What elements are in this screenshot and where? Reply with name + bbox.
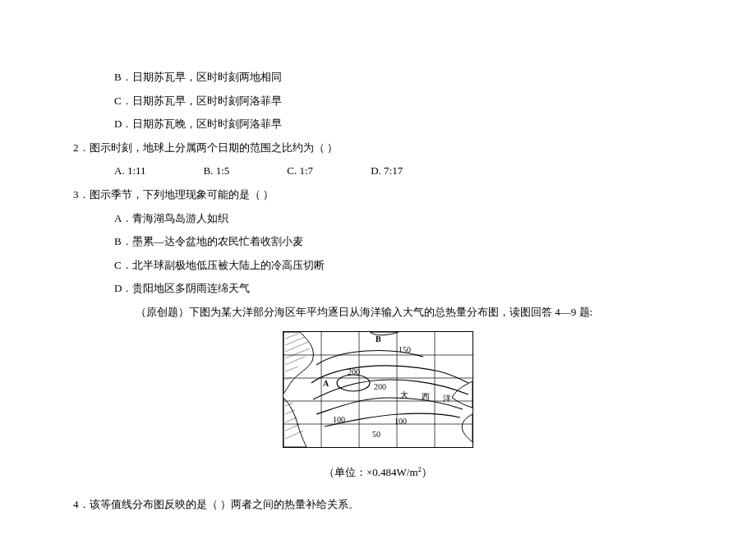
svg-line-18 <box>285 424 300 431</box>
q3-stem: 3．图示季节，下列地理现象可能的是（ ） <box>62 183 694 207</box>
label-a: A <box>323 379 330 388</box>
q4-stem: 4．该等值线分布图反映的是（ ）两者之间的热量补给关系。 <box>62 493 694 517</box>
svg-line-11 <box>285 348 310 358</box>
contour-200b: 200 <box>374 382 386 391</box>
svg-line-14 <box>285 377 292 380</box>
ocean-char-1: 大 <box>400 390 408 399</box>
contour-100b: 100 <box>394 417 407 426</box>
contour-200a: 200 <box>348 367 360 376</box>
q1-option-c: C．日期苏瓦早，区时时刻阿洛菲早 <box>62 90 694 113</box>
svg-line-19 <box>285 431 303 439</box>
contour-150: 150 <box>399 345 411 354</box>
svg-point-20 <box>337 375 370 391</box>
svg-line-9 <box>285 337 305 345</box>
label-b: B <box>376 334 381 344</box>
svg-line-13 <box>285 367 298 371</box>
q2-options: A. 1:11 B. 1:5 C. 1:7 D. 7:17 <box>62 159 694 183</box>
svg-line-12 <box>285 357 305 365</box>
q1-option-b: B．日期苏瓦早，区时时刻两地相同 <box>62 66 694 90</box>
q2-option-c: C. 1:7 <box>287 159 313 183</box>
q3-option-a: A．青海湖鸟岛游人如织 <box>62 207 694 231</box>
ocean-char-2: 西 <box>422 392 430 401</box>
svg-line-17 <box>285 417 297 422</box>
q2-option-a: A. 1:11 <box>114 159 146 183</box>
q2-stem: 2．图示时刻，地球上分属两个日期的范围之比约为（ ） <box>62 136 694 160</box>
figure-caption: （单位：×0.484W/m2） <box>62 461 694 485</box>
svg-line-10 <box>285 342 308 352</box>
q3-option-b: B．墨累—达令盆地的农民忙着收割小麦 <box>62 230 694 254</box>
figure-wrap: 150 200 200 100 100 50 A B 大 西 洋 <box>62 331 694 457</box>
map-figure: 150 200 200 100 100 50 A B 大 西 洋 <box>283 331 473 448</box>
q3-option-d: D．贵阳地区多阴雨连绵天气 <box>62 277 694 301</box>
q2-option-b: B. 1:5 <box>204 159 230 183</box>
q3-option-c: C．北半球副极地低压被大陆上的冷高压切断 <box>62 254 694 278</box>
q1-option-d: D．日期苏瓦晚，区时时刻阿洛菲早 <box>62 113 694 136</box>
q2-option-d: D. 7:17 <box>371 159 403 183</box>
contour-50: 50 <box>372 430 380 439</box>
ocean-char-3: 洋 <box>443 394 451 403</box>
intro-text: （原创题）下图为某大洋部分海区年平均逐日从海洋输入大气的总热量分布图，读图回答 … <box>62 301 694 325</box>
contour-100a: 100 <box>333 415 345 424</box>
svg-line-8 <box>285 334 298 339</box>
